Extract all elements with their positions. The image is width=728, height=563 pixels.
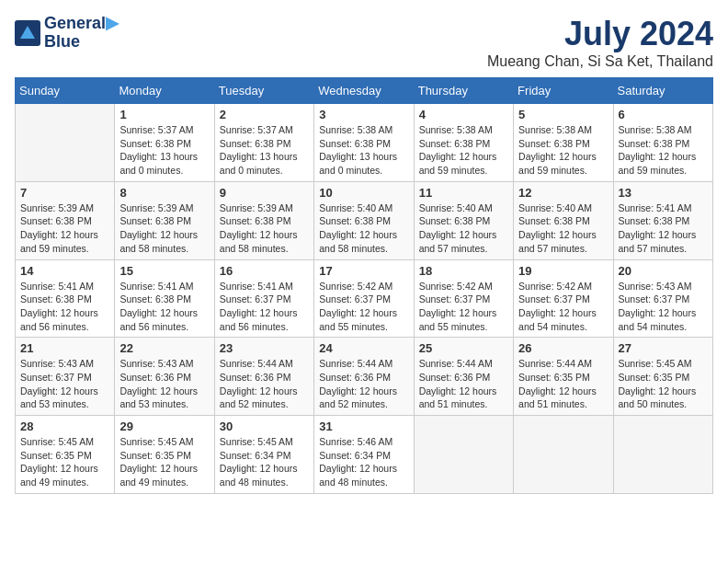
col-header-tuesday: Tuesday (214, 78, 313, 104)
col-header-thursday: Thursday (414, 78, 513, 104)
day-info: Sunrise: 5:45 AM Sunset: 6:34 PM Dayligh… (220, 435, 309, 489)
calendar-cell: 28Sunrise: 5:45 AM Sunset: 6:35 PM Dayli… (16, 416, 115, 494)
location-subtitle: Mueang Chan, Si Sa Ket, Thailand (487, 53, 713, 70)
calendar-cell: 5Sunrise: 5:38 AM Sunset: 6:38 PM Daylig… (514, 104, 613, 182)
calendar-cell: 6Sunrise: 5:38 AM Sunset: 6:38 PM Daylig… (613, 104, 712, 182)
day-info: Sunrise: 5:41 AM Sunset: 6:38 PM Dayligh… (119, 280, 209, 334)
calendar-cell: 2Sunrise: 5:37 AM Sunset: 6:38 PM Daylig… (214, 104, 313, 182)
calendar-cell: 8Sunrise: 5:39 AM Sunset: 6:38 PM Daylig… (115, 181, 214, 259)
day-number: 29 (119, 419, 209, 433)
calendar-cell (514, 416, 613, 494)
day-number: 6 (619, 108, 708, 121)
day-number: 27 (619, 341, 708, 355)
calendar-cell: 20Sunrise: 5:43 AM Sunset: 6:37 PM Dayli… (613, 259, 712, 338)
day-number: 3 (319, 108, 408, 121)
calendar-cell: 29Sunrise: 5:45 AM Sunset: 6:35 PM Dayli… (115, 416, 214, 494)
day-info: Sunrise: 5:43 AM Sunset: 6:37 PM Dayligh… (619, 280, 708, 334)
calendar-cell: 11Sunrise: 5:40 AM Sunset: 6:38 PM Dayli… (414, 181, 513, 259)
day-info: Sunrise: 5:44 AM Sunset: 6:36 PM Dayligh… (220, 357, 309, 411)
day-info: Sunrise: 5:38 AM Sunset: 6:38 PM Dayligh… (518, 123, 608, 178)
calendar-cell: 27Sunrise: 5:45 AM Sunset: 6:35 PM Dayli… (613, 338, 712, 416)
day-info: Sunrise: 5:42 AM Sunset: 6:37 PM Dayligh… (319, 280, 408, 334)
day-info: Sunrise: 5:44 AM Sunset: 6:35 PM Dayligh… (518, 357, 608, 411)
day-number: 20 (619, 264, 708, 278)
calendar-cell: 26Sunrise: 5:44 AM Sunset: 6:35 PM Dayli… (514, 338, 613, 416)
calendar-cell: 24Sunrise: 5:44 AM Sunset: 6:36 PM Dayli… (314, 338, 414, 416)
calendar-week-row: 14Sunrise: 5:41 AM Sunset: 6:38 PM Dayli… (16, 259, 713, 338)
day-number: 25 (419, 341, 508, 355)
day-number: 23 (220, 341, 309, 355)
day-info: Sunrise: 5:39 AM Sunset: 6:38 PM Dayligh… (220, 201, 309, 256)
day-number: 11 (419, 186, 508, 200)
calendar-cell: 22Sunrise: 5:43 AM Sunset: 6:36 PM Dayli… (115, 338, 214, 416)
day-number: 12 (518, 186, 608, 200)
calendar-table: SundayMondayTuesdayWednesdayThursdayFrid… (15, 77, 713, 494)
calendar-cell: 10Sunrise: 5:40 AM Sunset: 6:38 PM Dayli… (314, 181, 414, 259)
calendar-cell (613, 416, 712, 494)
day-number: 5 (518, 108, 608, 121)
calendar-week-row: 28Sunrise: 5:45 AM Sunset: 6:35 PM Dayli… (16, 416, 713, 494)
day-number: 18 (419, 264, 508, 278)
day-info: Sunrise: 5:40 AM Sunset: 6:38 PM Dayligh… (319, 201, 408, 256)
day-number: 26 (518, 341, 608, 355)
calendar-week-row: 1Sunrise: 5:37 AM Sunset: 6:38 PM Daylig… (16, 104, 713, 182)
day-info: Sunrise: 5:45 AM Sunset: 6:35 PM Dayligh… (20, 435, 109, 489)
day-number: 31 (319, 419, 408, 433)
calendar-cell: 9Sunrise: 5:39 AM Sunset: 6:38 PM Daylig… (214, 181, 313, 259)
logo: General▶ Blue (15, 15, 119, 52)
calendar-cell: 15Sunrise: 5:41 AM Sunset: 6:38 PM Dayli… (115, 259, 214, 338)
day-info: Sunrise: 5:40 AM Sunset: 6:38 PM Dayligh… (419, 201, 508, 256)
col-header-friday: Friday (514, 78, 613, 104)
calendar-cell: 3Sunrise: 5:38 AM Sunset: 6:38 PM Daylig… (314, 104, 414, 182)
title-block: July 2024 Mueang Chan, Si Sa Ket, Thaila… (487, 15, 713, 70)
day-info: Sunrise: 5:44 AM Sunset: 6:36 PM Dayligh… (319, 357, 408, 411)
col-header-sunday: Sunday (16, 78, 115, 104)
calendar-cell: 13Sunrise: 5:41 AM Sunset: 6:38 PM Dayli… (613, 181, 712, 259)
page-header: General▶ Blue July 2024 Mueang Chan, Si … (15, 15, 713, 70)
logo-text: General▶ Blue (44, 15, 119, 52)
day-number: 8 (119, 186, 209, 200)
day-number: 1 (119, 108, 209, 121)
day-number: 13 (619, 186, 708, 200)
day-info: Sunrise: 5:41 AM Sunset: 6:38 PM Dayligh… (619, 201, 708, 256)
day-number: 28 (20, 419, 109, 433)
day-info: Sunrise: 5:44 AM Sunset: 6:36 PM Dayligh… (419, 357, 508, 411)
day-info: Sunrise: 5:37 AM Sunset: 6:38 PM Dayligh… (220, 123, 309, 178)
calendar-cell: 17Sunrise: 5:42 AM Sunset: 6:37 PM Dayli… (314, 259, 414, 338)
calendar-cell: 21Sunrise: 5:43 AM Sunset: 6:37 PM Dayli… (16, 338, 115, 416)
calendar-cell (414, 416, 513, 494)
day-number: 19 (518, 264, 608, 278)
col-header-wednesday: Wednesday (314, 78, 414, 104)
calendar-cell: 14Sunrise: 5:41 AM Sunset: 6:38 PM Dayli… (16, 259, 115, 338)
day-number: 10 (319, 186, 408, 200)
day-number: 22 (119, 341, 209, 355)
day-info: Sunrise: 5:41 AM Sunset: 6:38 PM Dayligh… (20, 280, 109, 334)
day-number: 16 (220, 264, 309, 278)
day-number: 14 (20, 264, 109, 278)
day-info: Sunrise: 5:45 AM Sunset: 6:35 PM Dayligh… (119, 435, 209, 489)
calendar-cell: 31Sunrise: 5:46 AM Sunset: 6:34 PM Dayli… (314, 416, 414, 494)
day-info: Sunrise: 5:38 AM Sunset: 6:38 PM Dayligh… (619, 123, 708, 178)
day-info: Sunrise: 5:43 AM Sunset: 6:36 PM Dayligh… (119, 357, 209, 411)
col-header-monday: Monday (115, 78, 214, 104)
day-info: Sunrise: 5:41 AM Sunset: 6:37 PM Dayligh… (220, 280, 309, 334)
day-number: 2 (220, 108, 309, 121)
day-info: Sunrise: 5:38 AM Sunset: 6:38 PM Dayligh… (319, 123, 408, 178)
calendar-cell: 4Sunrise: 5:38 AM Sunset: 6:38 PM Daylig… (414, 104, 513, 182)
day-number: 7 (20, 186, 109, 200)
day-info: Sunrise: 5:40 AM Sunset: 6:38 PM Dayligh… (518, 201, 608, 256)
day-number: 17 (319, 264, 408, 278)
day-info: Sunrise: 5:45 AM Sunset: 6:35 PM Dayligh… (619, 357, 708, 411)
calendar-cell: 12Sunrise: 5:40 AM Sunset: 6:38 PM Dayli… (514, 181, 613, 259)
col-header-saturday: Saturday (613, 78, 712, 104)
day-info: Sunrise: 5:37 AM Sunset: 6:38 PM Dayligh… (119, 123, 209, 178)
day-info: Sunrise: 5:42 AM Sunset: 6:37 PM Dayligh… (518, 280, 608, 334)
day-info: Sunrise: 5:42 AM Sunset: 6:37 PM Dayligh… (419, 280, 508, 334)
day-info: Sunrise: 5:46 AM Sunset: 6:34 PM Dayligh… (319, 435, 408, 489)
calendar-cell: 19Sunrise: 5:42 AM Sunset: 6:37 PM Dayli… (514, 259, 613, 338)
logo-icon (15, 20, 40, 46)
day-info: Sunrise: 5:38 AM Sunset: 6:38 PM Dayligh… (419, 123, 508, 178)
calendar-week-row: 7Sunrise: 5:39 AM Sunset: 6:38 PM Daylig… (16, 181, 713, 259)
day-info: Sunrise: 5:39 AM Sunset: 6:38 PM Dayligh… (20, 201, 109, 256)
calendar-cell: 23Sunrise: 5:44 AM Sunset: 6:36 PM Dayli… (214, 338, 313, 416)
